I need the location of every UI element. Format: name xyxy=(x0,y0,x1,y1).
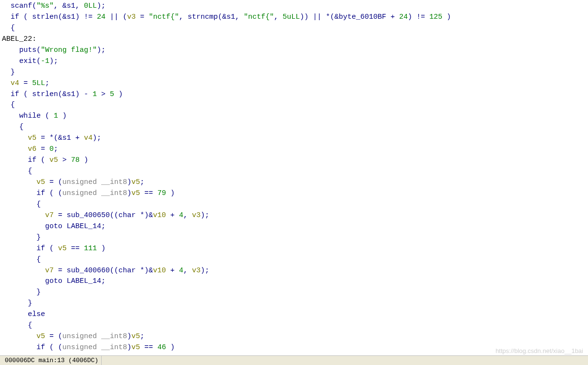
code-token: 5uLL xyxy=(282,13,300,21)
code-token: = *(&s1 + xyxy=(36,134,84,142)
code-token: = xyxy=(36,145,49,153)
code-line[interactable]: v4 = 5LL; xyxy=(2,78,586,89)
code-token: puts( xyxy=(19,46,41,54)
code-token: , xyxy=(183,211,192,219)
code-line[interactable]: } xyxy=(2,287,586,298)
code-token: char xyxy=(118,267,136,275)
code-token: "nctf{" xyxy=(149,13,179,21)
code-token: { xyxy=(11,101,15,109)
code-line[interactable]: goto LABEL_14; xyxy=(2,276,586,287)
code-line[interactable]: exit(-1); xyxy=(2,56,586,67)
code-token: ) xyxy=(442,13,451,21)
code-token: ) xyxy=(58,112,67,120)
code-token: } xyxy=(28,299,32,307)
code-line[interactable]: v7 = sub_400650((char *)&v10 + 4, v3); xyxy=(2,210,586,221)
code-token: v3 xyxy=(192,211,200,219)
code-token: ( strlen(&s1) != xyxy=(19,13,97,21)
code-token: v5 xyxy=(131,343,140,352)
code-token: ); xyxy=(93,134,101,142)
code-token: if xyxy=(36,343,45,352)
code-line[interactable]: { xyxy=(2,320,586,331)
code-viewer[interactable]: scanf("%s", &s1, 0LL); if ( strlen(&s1) … xyxy=(0,0,588,354)
code-token: ) xyxy=(127,332,131,341)
code-line[interactable]: { xyxy=(2,100,586,111)
code-token: ABEL_22: xyxy=(2,35,36,43)
code-line[interactable]: v7 = sub_400660((char *)&v10 + 4, v3); xyxy=(2,266,586,277)
code-token: if xyxy=(36,189,45,197)
code-line[interactable]: if ( strlen(&s1) != 24 || (v3 = "nctf{",… xyxy=(2,12,586,23)
code-token: ); xyxy=(97,46,106,54)
code-token: unsigned __int8 xyxy=(62,343,127,352)
code-line[interactable]: v5 = (unsigned __int8)v5; xyxy=(2,177,586,188)
code-token: ; xyxy=(54,145,58,153)
code-line[interactable]: goto LABEL_14; xyxy=(2,221,586,232)
code-line[interactable]: v5 = *(&s1 + v4); xyxy=(2,133,586,144)
code-line[interactable]: { xyxy=(2,199,586,210)
code-token: = sub_400660(( xyxy=(54,267,118,275)
code-token: v10 xyxy=(153,267,166,275)
code-token: unsigned __int8 xyxy=(62,189,127,197)
code-token: = sub_400650(( xyxy=(54,211,118,219)
code-token: = ( xyxy=(45,178,62,186)
code-line[interactable]: if ( strlen(&s1) - 1 > 5 ) xyxy=(2,89,586,100)
code-line[interactable]: if ( v5 > 78 ) xyxy=(2,155,586,166)
code-token: = ( xyxy=(45,332,62,341)
code-line[interactable]: { xyxy=(2,122,586,133)
code-token: while xyxy=(19,112,41,120)
code-token: ) xyxy=(127,189,131,197)
code-token: { xyxy=(36,200,41,208)
code-token: if xyxy=(11,13,19,21)
code-line[interactable]: while ( 1 ) xyxy=(2,111,586,122)
code-token: v5 xyxy=(28,134,36,142)
code-token: } xyxy=(11,68,15,76)
code-line[interactable]: puts("Wrong flag!"); xyxy=(2,45,586,56)
code-token: 46 xyxy=(157,343,166,352)
code-token: v5 xyxy=(131,332,140,341)
code-line[interactable]: if ( (unsigned __int8)v5 == 79 ) xyxy=(2,188,586,199)
code-token: "%s" xyxy=(36,2,54,10)
code-line[interactable]: scanf("%s", &s1, 0LL); xyxy=(2,1,586,12)
code-token: + xyxy=(166,267,179,275)
code-token: } xyxy=(36,233,41,242)
code-line[interactable]: v6 = 0; xyxy=(2,144,586,155)
code-token: , xyxy=(274,13,282,21)
code-token: > xyxy=(58,156,71,164)
code-token: ) xyxy=(127,343,131,352)
code-line[interactable]: v5 = (unsigned __int8)v5; xyxy=(2,331,586,342)
code-token: = xyxy=(19,79,32,87)
code-token: LABEL_14; xyxy=(62,222,106,231)
code-token: "nctf{" xyxy=(244,13,274,21)
code-line[interactable]: else xyxy=(2,309,586,320)
code-token: v4 xyxy=(11,79,19,87)
code-token: ( xyxy=(45,244,58,253)
code-token: ( xyxy=(32,2,36,10)
code-token: *)& xyxy=(136,267,153,275)
code-line[interactable]: if ( v5 == 111 ) xyxy=(2,243,586,255)
code-line[interactable]: { xyxy=(2,255,586,266)
code-token: ); xyxy=(49,57,58,65)
code-token: else xyxy=(28,310,45,318)
code-token: 125 xyxy=(429,13,442,21)
code-token: goto xyxy=(45,277,62,285)
code-token: )) || *(&byte_6010BF + xyxy=(300,13,399,21)
code-line[interactable]: ABEL_22: xyxy=(2,34,586,45)
code-line[interactable]: } xyxy=(2,298,586,309)
code-token: ; xyxy=(140,178,144,186)
code-token: if xyxy=(11,90,19,98)
code-line[interactable]: { xyxy=(2,166,586,177)
code-token: 5 xyxy=(110,90,114,98)
code-token: v10 xyxy=(153,211,166,219)
code-token: 0LL xyxy=(84,2,97,10)
code-token: ; xyxy=(45,79,49,87)
code-line[interactable]: { xyxy=(2,23,586,34)
code-token: ); xyxy=(97,2,106,10)
code-token: + xyxy=(166,211,179,219)
code-line[interactable]: } xyxy=(2,67,586,78)
code-token: scanf xyxy=(11,2,32,10)
code-token: ); xyxy=(200,267,209,275)
code-token: goto xyxy=(45,222,62,231)
code-token: -1 xyxy=(41,57,49,65)
code-token: { xyxy=(28,321,32,329)
code-line[interactable]: } xyxy=(2,232,586,243)
code-token: ) xyxy=(114,90,123,98)
